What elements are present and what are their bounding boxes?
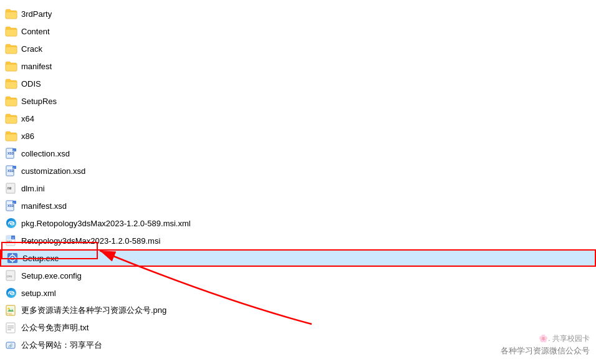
file-name: manifest.xsd [21,201,67,211]
svg-text:x: x [13,149,14,152]
file-name: Setup.exe.config [21,271,82,280]
folder-icon [5,60,17,72]
file-name: SetupRes [21,97,57,106]
svg-text:PNG: PNG [7,312,12,315]
file-item[interactable]: x86 [0,127,596,145]
file-name: 公众号免责声明.txt [21,322,89,333]
svg-text:w: w [12,236,14,239]
file-name: 3rdParty [21,9,52,19]
file-name: ODIS [21,79,41,89]
folder-icon [5,42,17,55]
file-item[interactable]: SetupRes [0,92,596,110]
file-name: dlm.ini [21,184,45,193]
file-item[interactable]: manifest [0,57,596,75]
file-name: pkg.Retopology3dsMax2023-1.2.0-589.msi.x… [21,219,191,228]
file-item[interactable]: XSD x manifest.xsd [0,197,596,214]
svg-point-25 [11,257,14,259]
folder-icon [5,77,17,90]
svg-text:CFG: CFG [7,275,12,278]
file-name: setup.xml [21,289,56,298]
file-item[interactable]: x64 [0,110,596,127]
txt-icon [5,322,17,334]
svg-text:x: x [13,201,14,204]
svg-text:INI: INI [7,186,12,190]
file-name: customization.xsd [21,166,85,176]
edge-icon [5,287,17,299]
folder-icon [5,112,17,125]
file-item[interactable]: PNG 更多资源请关注各种学习资源公众号.png [0,302,596,319]
xsd-icon: XSD x [5,199,17,212]
file-item[interactable]: setup.xml [0,284,596,302]
file-name: 更多资源请关注各种学习资源公众号.png [21,305,166,316]
xsd-icon: XSD x [5,165,17,177]
edge-icon [5,217,17,229]
file-name: Crack [21,44,42,54]
svg-text:XSD: XSD [7,151,14,155]
file-item[interactable]: XSD x collection.xsd [0,145,596,162]
svg-text:XSD: XSD [7,204,14,208]
watermark-line1: 🌸. 共享校园卡 [501,333,590,345]
image-icon: PNG [5,304,17,317]
file-name: Setup.exe [22,254,59,263]
svg-text:XSD: XSD [7,169,14,173]
file-name: x86 [21,132,34,141]
file-list: 3rdParty Content Crack manifest ODIS Set… [0,0,596,359]
folder-icon [5,95,17,107]
file-item[interactable]: XSD x customization.xsd [0,162,596,180]
msi-icon: MSI w [5,234,17,247]
svg-text:🔗: 🔗 [8,343,13,348]
file-item[interactable]: pkg.Retopology3dsMax2023-1.2.0-589.msi.x… [0,214,596,232]
svg-text:x: x [13,166,14,170]
svg-text:MSI: MSI [7,241,12,244]
file-name: 公众号网站：羽享平台 [21,340,102,351]
config-icon: CFG [5,269,17,282]
file-item[interactable]: Content [0,22,596,40]
file-item[interactable]: INI dlm.ini [0,180,596,197]
file-item[interactable]: Crack [0,40,596,57]
file-item[interactable]: 3rdParty [0,5,596,22]
file-item[interactable]: MSI w Retopology3dsMax2023-1.2.0-589.msi [0,232,596,249]
file-name: collection.xsd [21,149,70,158]
file-item[interactable]: Setup.exe [0,249,596,267]
ini-icon: INI [5,182,17,194]
file-item[interactable]: ODIS [0,75,596,92]
xsd-icon: XSD x [5,147,17,160]
file-name: Retopology3dsMax2023-1.2.0-589.msi [21,236,160,246]
file-name: x64 [21,114,34,123]
file-name: manifest [21,62,52,71]
file-name: Content [21,27,50,36]
folder-icon [5,25,17,37]
folder-icon [5,130,17,142]
watermark-line2: 各种学习资源微信公众号 [501,345,590,358]
file-item[interactable]: CFG Setup.exe.config [0,267,596,284]
folder-icon [5,7,17,20]
setup-icon [6,252,19,264]
link-icon: 🔗 [5,339,17,352]
watermark: 🌸. 共享校园卡 各种学习资源微信公众号 [501,333,590,358]
